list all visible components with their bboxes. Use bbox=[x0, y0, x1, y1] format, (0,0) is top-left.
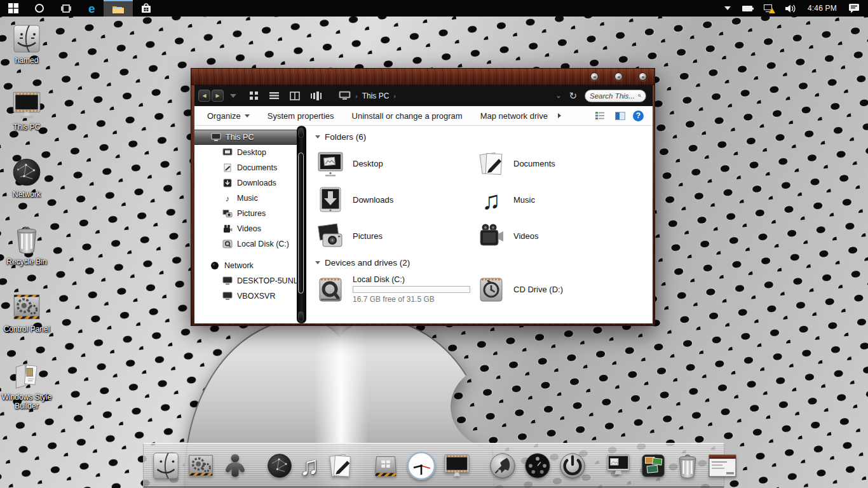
collapse-triangle-icon bbox=[315, 261, 320, 264]
cd-drive-icon bbox=[476, 274, 506, 305]
desktop-icon-recycle-bin[interactable]: Recycle Bin bbox=[0, 222, 53, 266]
edge-icon: e bbox=[88, 3, 95, 15]
dock-item-finder[interactable] bbox=[151, 451, 180, 481]
folders-section-header[interactable]: Folders (6) bbox=[315, 132, 653, 142]
sidebar-item-documents[interactable]: Documents bbox=[194, 160, 297, 175]
file-explorer-button[interactable] bbox=[104, 0, 133, 17]
sidebar-item-desktop[interactable]: Desktop bbox=[194, 145, 297, 160]
vertical-scrollbar[interactable] bbox=[297, 126, 306, 323]
coverflow-view-button[interactable] bbox=[311, 92, 322, 100]
tile-desktop[interactable]: Desktop bbox=[315, 146, 476, 182]
desktop-icon-this-pc[interactable]: This PC bbox=[0, 88, 53, 132]
battery-status[interactable] bbox=[738, 0, 757, 17]
clock[interactable]: 4:46 PM bbox=[803, 0, 841, 17]
dock-item-system-preferences[interactable] bbox=[186, 451, 215, 481]
search-input[interactable]: Search This... bbox=[585, 90, 646, 102]
columns-view-button[interactable] bbox=[290, 92, 300, 100]
window-titlebar[interactable] bbox=[191, 69, 654, 85]
sidebar-item-downloads[interactable]: Downloads bbox=[194, 175, 297, 191]
sidebar-item-vboxsvr[interactable]: VBOXSVR bbox=[194, 288, 297, 304]
close-button[interactable] bbox=[639, 72, 647, 81]
volume-status[interactable] bbox=[781, 0, 801, 17]
store-button[interactable] bbox=[133, 0, 159, 17]
uninstall-program-button[interactable]: Uninstall or change a program bbox=[352, 111, 463, 121]
sidebar-item-this-pc[interactable]: This PC bbox=[194, 130, 297, 145]
dock-item-figure[interactable] bbox=[221, 451, 249, 481]
sidebar-item-music[interactable]: ♪ Music bbox=[194, 191, 297, 206]
system-properties-button[interactable]: System properties bbox=[268, 111, 334, 121]
sidebar-item-local-disk-c[interactable]: Local Disk (C:) bbox=[194, 236, 297, 252]
dock-item-photos[interactable] bbox=[639, 451, 668, 481]
breadcrumb-root[interactable]: This PC bbox=[362, 92, 390, 100]
refresh-button[interactable]: ↻ bbox=[569, 90, 577, 102]
dock-item-hard-drive[interactable] bbox=[371, 451, 400, 481]
person-figure-icon bbox=[221, 452, 249, 480]
list-view-button[interactable] bbox=[269, 92, 279, 100]
desktop-icon-windows-style-builder[interactable]: Windows Style Builder bbox=[0, 358, 53, 411]
desktop-icon-control-panel[interactable]: Control Panel bbox=[0, 290, 53, 334]
tile-music[interactable]: ♫ Music bbox=[476, 182, 637, 218]
desktop-icon-hamed[interactable]: hamed bbox=[0, 21, 53, 65]
back-button[interactable]: ◂ bbox=[198, 90, 210, 102]
taskbar: e bbox=[0, 0, 868, 17]
dock-item-dashboard[interactable] bbox=[523, 451, 552, 481]
network-status[interactable] bbox=[759, 0, 778, 17]
dock-item-trash[interactable] bbox=[674, 451, 702, 481]
music-note-icon: ♫ bbox=[299, 452, 320, 479]
pictures-icon bbox=[222, 209, 233, 218]
devices-tile-grid: Local Disk (C:) 16.7 GB free of 31.5 GB bbox=[315, 271, 653, 308]
dock-item-this-pc[interactable] bbox=[442, 451, 471, 481]
minimize-button[interactable] bbox=[590, 72, 599, 81]
sidebar-item-network[interactable]: Network bbox=[194, 258, 297, 273]
scrollbar-up-arrow[interactable] bbox=[298, 128, 304, 138]
recent-locations-dropdown[interactable] bbox=[230, 94, 236, 98]
breadcrumb[interactable]: › This PC › bbox=[339, 91, 396, 100]
forward-button[interactable]: ▸ bbox=[212, 90, 224, 102]
command-overflow-chevron[interactable] bbox=[558, 113, 561, 118]
tile-downloads[interactable]: Downloads bbox=[315, 182, 476, 218]
help-button[interactable]: ? bbox=[633, 111, 644, 121]
sidebar-item-desktop-5unliac[interactable]: DESKTOP-5UNLIAC bbox=[194, 273, 297, 288]
dock-item-network[interactable] bbox=[266, 451, 294, 481]
dock-item-display-preferences[interactable] bbox=[604, 451, 633, 481]
breadcrumb-chevron[interactable]: › bbox=[393, 92, 396, 100]
organize-menu[interactable]: Organize bbox=[207, 111, 250, 121]
documents-tile-icon bbox=[476, 149, 506, 179]
desktop-icon-label: Windows Style Builder bbox=[0, 393, 53, 411]
dock-item-documents[interactable] bbox=[325, 451, 355, 481]
icon-view-button[interactable] bbox=[249, 91, 259, 100]
maximize-button[interactable] bbox=[614, 72, 623, 81]
desktop-icon-network[interactable]: Network bbox=[0, 155, 53, 199]
desktop-icon-label: Control Panel bbox=[0, 325, 53, 334]
dock-item-clock[interactable] bbox=[406, 451, 437, 481]
chevron-down-icon bbox=[245, 114, 250, 118]
change-view-button[interactable] bbox=[595, 111, 607, 120]
map-network-drive-button[interactable]: Map network drive bbox=[480, 111, 548, 121]
dock-item-launchpad[interactable] bbox=[488, 451, 517, 481]
dock-item-explorer-window-preview[interactable] bbox=[707, 451, 738, 481]
sidebar-item-videos[interactable]: Videos bbox=[194, 221, 297, 236]
start-button[interactable] bbox=[0, 0, 27, 17]
edge-browser-button[interactable]: e bbox=[80, 0, 104, 17]
documents-icon bbox=[222, 163, 233, 172]
tile-pictures[interactable]: Pictures bbox=[315, 218, 476, 254]
dock-item-music[interactable]: ♫ bbox=[299, 451, 320, 481]
tile-cd-drive-d[interactable]: CD Drive (D:) bbox=[476, 271, 637, 308]
scrollbar-down-arrow[interactable] bbox=[298, 311, 304, 322]
preview-pane-button[interactable] bbox=[615, 112, 625, 120]
search-placeholder: Search This... bbox=[590, 92, 635, 100]
scrollbar-thumb[interactable] bbox=[298, 152, 304, 294]
cortana-button[interactable] bbox=[27, 0, 52, 17]
tile-local-disk-c[interactable]: Local Disk (C:) 16.7 GB free of 31.5 GB bbox=[315, 271, 476, 308]
sidebar-item-pictures[interactable]: Pictures bbox=[194, 206, 297, 221]
dashboard-icon bbox=[523, 451, 552, 480]
address-dropdown-chevron[interactable]: ⌄ bbox=[555, 92, 561, 100]
tile-documents[interactable]: Documents bbox=[476, 146, 637, 182]
rocket-icon bbox=[488, 451, 517, 480]
action-center-button[interactable] bbox=[844, 0, 864, 17]
task-view-button[interactable] bbox=[52, 0, 80, 17]
tile-videos[interactable]: Videos bbox=[476, 218, 637, 254]
devices-section-header[interactable]: Devices and drives (2) bbox=[315, 258, 653, 268]
show-hidden-icons-button[interactable] bbox=[720, 0, 735, 17]
dock-item-power[interactable] bbox=[558, 451, 587, 481]
